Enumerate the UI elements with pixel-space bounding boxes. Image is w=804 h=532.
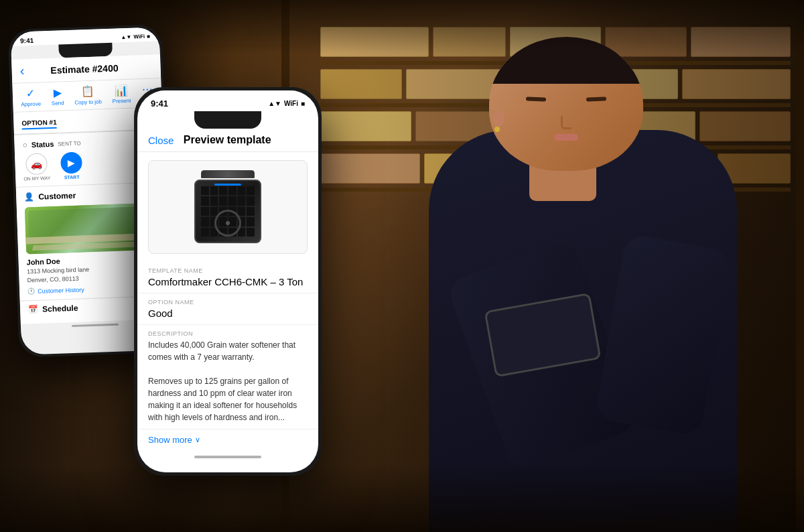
back-status-time: 9:41 [20,37,34,45]
show-more-button[interactable]: Show more ∨ [137,429,318,450]
description-label: DESCRIPTION [148,330,308,337]
front-nav-title: Preview template [184,134,271,146]
start-icon: ▶ [60,151,82,174]
present-icon: 📊 [115,84,129,97]
show-more-chevron-icon: ∨ [195,436,200,444]
close-button[interactable]: Close [148,135,174,146]
ac-unit-image [191,170,265,244]
approve-label: Approve [21,101,41,108]
description-section: DESCRIPTION Includes 40,000 Grain water … [137,325,318,429]
back-nav-title: Estimate #2400 [29,62,139,76]
on-my-way-button[interactable]: 🚗 ON MY WAY [23,153,50,181]
copy-label: Copy to job [74,98,102,105]
battery-icon: ■ [301,100,305,107]
option-name-label: OPTION NAME [148,299,308,306]
description-part1: Includes 40,000 Grain water softener tha… [148,339,308,363]
front-status-icons: ▲▼ WiFi ■ [268,100,305,107]
option-name-section: OPTION NAME Good [137,293,318,325]
back-home-indicator [72,324,119,327]
description-part2: Removes up to 125 grains per gallon of h… [148,375,308,423]
status-icon: ○ [22,140,27,149]
phone-front-screen: 9:41 ▲▼ WiFi ■ Close Preview template [137,90,318,472]
start-button[interactable]: ▶ START [60,151,82,180]
approve-icon: ✓ [26,87,36,100]
back-arrow-icon[interactable]: ‹ [19,63,24,78]
front-notch [194,111,261,129]
on-my-way-icon: 🚗 [25,153,48,175]
on-my-way-label: ON MY WAY [23,176,50,181]
present-label: Present [113,98,131,105]
back-notch [58,43,113,58]
template-name-label: TEMPLATE NAME [148,267,308,274]
show-more-label: Show more [148,435,192,445]
schedule-title: Schedule [42,304,78,314]
send-icon: ▶ [53,86,62,98]
history-label: Customer History [38,287,84,295]
wifi-icon: WiFi [284,100,298,107]
option-name-value: Good [148,308,308,319]
customer-icon: 👤 [24,192,34,202]
toolbar-present[interactable]: 📊 Present [112,84,131,105]
front-nav: Close Preview template [137,129,318,152]
customer-section-title: Customer [38,191,76,202]
signal-icon: ▲▼ [268,100,281,107]
schedule-icon: 📅 [28,305,38,315]
toolbar-approve[interactable]: ✓ Approve [20,87,41,108]
send-label: Send [52,100,64,107]
front-status-time: 9:41 [151,98,168,109]
front-home-indicator [194,456,261,458]
toolbar-copy-to-job[interactable]: 📋 Copy to job [74,84,102,105]
status-badge: SENT TO [58,140,81,147]
start-label: START [64,175,80,180]
product-image-container [148,160,308,254]
option-tab-text: OPTION #1 [21,119,57,130]
template-name-section: TEMPLATE NAME Comfortmaker CCH6-CMK – 3 … [137,262,318,293]
copy-icon: 📋 [81,85,95,98]
phone-front: 9:41 ▲▼ WiFi ■ Close Preview template [134,87,322,476]
status-label: Status [31,140,54,149]
history-icon: 🕐 [27,288,35,295]
toolbar-send[interactable]: ▶ Send [51,86,64,107]
front-status-bar: 9:41 ▲▼ WiFi ■ [137,90,318,111]
template-name-value: Comfortmaker CCH6-CMK – 3 Ton [148,276,308,287]
